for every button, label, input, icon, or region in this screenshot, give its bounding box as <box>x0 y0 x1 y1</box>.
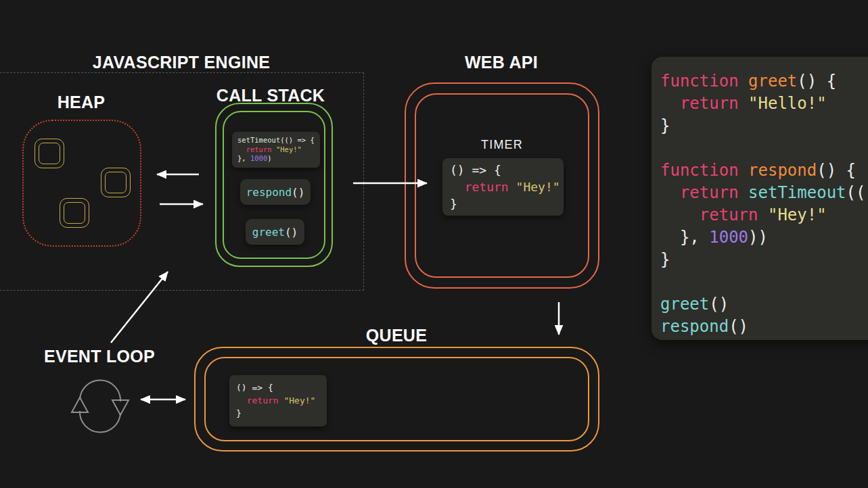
call-stack-frame-respond: respond() <box>240 179 311 205</box>
diagram-canvas: JAVASCRIPT ENGINE HEAP CALL STACK setTim… <box>0 0 868 488</box>
heap-object <box>35 139 64 168</box>
cycle-right-arrowhead <box>112 400 129 415</box>
heap-object <box>60 198 89 228</box>
timer-label: TIMER <box>406 138 598 152</box>
timer-callback-block: () => { return "Hey!"} <box>442 158 564 216</box>
call-stack-frame-greet: greet() <box>246 219 304 245</box>
code-panel: function greet() { return "Hello!"} func… <box>652 57 868 340</box>
call-stack-container: setTimeout(() => { return "Hey!"}, 1000)… <box>215 103 333 267</box>
cycle-bottom-arc <box>80 411 120 433</box>
web-api-container: TIMER () => { return "Hey!"} <box>405 82 599 289</box>
heap-object <box>101 168 131 197</box>
heap-container <box>22 120 141 247</box>
queue-container: () => { return "Hey!"} <box>194 347 599 452</box>
cycle-top-arc <box>80 380 120 401</box>
heap-title: HEAP <box>58 93 106 112</box>
event-loop-cycle-icon <box>62 376 137 437</box>
queue-title: QUEUE <box>366 326 427 345</box>
web-api-title: WEB API <box>465 53 538 72</box>
code-panel-source: function greet() { return "Hello!"} func… <box>660 70 868 338</box>
call-stack-frame-settimeout: setTimeout(() => { return "Hey!"}, 1000) <box>232 132 320 168</box>
javascript-engine-title: JAVASCRIPT ENGINE <box>93 53 271 72</box>
cycle-left-arrowhead <box>72 397 88 412</box>
queue-callback-block: () => { return "Hey!"} <box>229 375 327 426</box>
event-loop-title: EVENT LOOP <box>44 347 155 366</box>
